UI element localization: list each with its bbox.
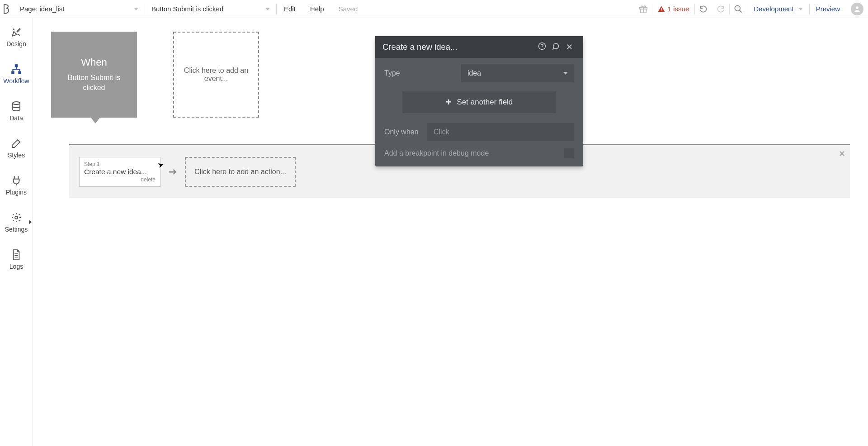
page-selector[interactable]: Page: idea_list (14, 0, 145, 18)
type-select[interactable]: idea (461, 64, 574, 82)
only-when-placeholder: Click (434, 128, 449, 136)
event-selector[interactable]: Button Submit is clicked (145, 0, 276, 18)
search-icon[interactable] (730, 0, 747, 18)
nav-design[interactable]: Design (0, 18, 33, 55)
help-icon[interactable] (535, 42, 549, 52)
nav-styles[interactable]: Styles (0, 129, 33, 166)
warning-icon (658, 5, 665, 13)
issues-button[interactable]: 1 issue (652, 5, 695, 13)
svg-rect-8 (18, 71, 21, 74)
left-nav: Design Workflow Data Styles Plugins Sett… (0, 18, 33, 446)
caret-down-icon (134, 8, 138, 10)
page-name: idea_list (39, 5, 64, 13)
chevron-right-icon (29, 220, 32, 224)
mode-label: Development (754, 5, 793, 13)
nav-logs-label: Logs (9, 263, 23, 270)
person-icon (853, 5, 861, 13)
svg-point-5 (856, 6, 859, 9)
add-action-label: Click here to add an action... (194, 168, 286, 176)
type-row: Type idea (384, 64, 574, 82)
help-link[interactable]: Help (303, 5, 331, 13)
only-when-input[interactable]: Click (427, 123, 574, 141)
preview-link[interactable]: Preview (810, 5, 846, 13)
svg-point-9 (13, 102, 20, 104)
close-icon[interactable]: ✕ (562, 42, 576, 52)
close-icon[interactable]: ✕ (839, 149, 845, 159)
type-label: Type (384, 69, 461, 77)
page-prefix: Page: (20, 5, 39, 13)
caret-down-icon (563, 72, 568, 75)
comment-icon[interactable] (549, 42, 562, 52)
svg-point-4 (735, 5, 741, 11)
nav-data-label: Data (9, 114, 23, 122)
logs-icon (10, 248, 23, 261)
cursor-icon: ➤ (156, 159, 165, 171)
saved-status: Saved (331, 5, 365, 13)
gear-icon (10, 211, 23, 224)
nav-settings[interactable]: Settings (0, 204, 33, 241)
event-trigger: Button Submit is clicked (57, 73, 131, 92)
caret-down-icon (265, 8, 270, 10)
svg-rect-7 (11, 71, 14, 74)
edit-link[interactable]: Edit (277, 5, 303, 13)
panel-title: Create a new idea... (382, 42, 458, 52)
breakpoint-row: Add a breakpoint in debug mode (384, 148, 574, 158)
avatar[interactable] (851, 3, 863, 15)
redo-icon[interactable] (712, 0, 729, 18)
breakpoint-checkbox[interactable] (564, 148, 574, 158)
svg-rect-3 (661, 10, 661, 11)
arrow-right-icon: ➔ (169, 166, 177, 178)
plugins-icon (10, 174, 23, 187)
step-title: Create a new idea... (84, 168, 156, 176)
breakpoint-label: Add a breakpoint in debug mode (384, 149, 489, 157)
event-pointer-icon (91, 118, 100, 123)
event-selected: Button Submit is clicked (151, 5, 223, 13)
nav-plugins[interactable]: Plugins (0, 166, 33, 204)
svg-rect-2 (661, 8, 661, 10)
step-card[interactable]: Step 1 Create a new idea... delete ➤ (79, 157, 160, 187)
nav-data[interactable]: Data (0, 92, 33, 129)
add-action-button[interactable]: Click here to add an action... (185, 157, 296, 187)
set-another-field-button[interactable]: + Set another field (402, 91, 556, 113)
panel-header[interactable]: Create a new idea... ✕ (375, 36, 583, 58)
styles-icon (10, 137, 23, 150)
nav-plugins-label: Plugins (6, 189, 27, 196)
undo-icon[interactable] (695, 0, 712, 18)
design-icon (10, 26, 23, 38)
only-when-row: Only when Click (384, 123, 574, 141)
nav-styles-label: Styles (8, 152, 25, 159)
mode-selector[interactable]: Development (747, 5, 809, 13)
svg-point-10 (15, 216, 18, 219)
bubble-logo (0, 0, 14, 18)
panel-body: Type idea + Set another field Only when … (375, 58, 583, 166)
gift-icon[interactable] (635, 0, 652, 18)
caret-down-icon (798, 8, 803, 10)
topbar: Page: idea_list Button Submit is clicked… (0, 0, 868, 18)
data-icon (10, 100, 23, 113)
step-delete[interactable]: delete (141, 176, 156, 183)
property-panel: Create a new idea... ✕ Type idea + Set a… (375, 36, 583, 166)
nav-settings-label: Settings (5, 226, 28, 233)
nav-logs[interactable]: Logs (0, 241, 33, 278)
svg-rect-6 (15, 64, 18, 67)
event-when: When (81, 57, 107, 68)
workflow-icon (10, 63, 23, 76)
step-number: Step 1 (84, 161, 156, 167)
nav-workflow[interactable]: Workflow (0, 55, 33, 92)
nav-workflow-label: Workflow (3, 77, 29, 85)
issues-text: 1 issue (668, 5, 689, 13)
only-when-label: Only when (384, 128, 427, 136)
event-box[interactable]: When Button Submit is clicked (51, 32, 137, 118)
nav-design-label: Design (6, 40, 26, 47)
add-event-label: Click here to add an event... (183, 66, 249, 83)
set-another-label: Set another field (457, 98, 513, 107)
plus-icon: + (446, 96, 452, 108)
add-event-button[interactable]: Click here to add an event... (173, 32, 259, 118)
type-value: idea (467, 69, 481, 77)
